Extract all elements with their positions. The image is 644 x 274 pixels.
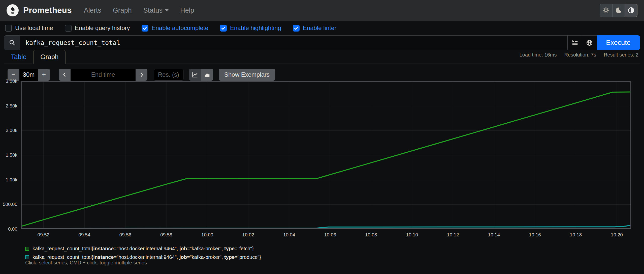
checkbox-checked[interactable] (142, 25, 148, 32)
checkbox-checked[interactable] (293, 25, 300, 32)
tab-graph[interactable]: Graph (33, 50, 66, 64)
y-tick-label: 1.50k (6, 152, 17, 158)
x-tick-label: 09:52 (38, 232, 50, 238)
time-back-button[interactable] (59, 69, 71, 81)
half-circle-icon (628, 7, 635, 14)
stat-item: Resolution: 7s (564, 52, 596, 58)
y-tick-label: 2.50k (6, 103, 17, 109)
x-tick-label: 10:04 (283, 232, 295, 238)
option-label: Enable autocomplete (152, 24, 209, 32)
legend-hint: Click: select series, CMD + click: toggl… (25, 260, 147, 266)
line-chart-icon (191, 71, 199, 78)
search-addon (4, 36, 20, 50)
moon-icon (615, 7, 622, 14)
top-navbar: Prometheus AlertsGraphStatusHelp (0, 0, 644, 21)
globe-icon (586, 39, 593, 46)
nav-item-alerts[interactable]: Alerts (84, 7, 101, 14)
checkbox-checked[interactable] (220, 25, 227, 32)
x-tick-label: 10:10 (406, 232, 418, 238)
nav-item-status[interactable]: Status (143, 7, 169, 14)
legend-series-row[interactable]: kafka_request_count_total{instance="host… (25, 254, 261, 260)
y-axis-labels: 0.00500.001.00k1.50k2.00k2.50k3.00k (0, 81, 19, 229)
legend-series-row[interactable]: kafka_request_count_total{instance="host… (25, 246, 261, 252)
dark-theme-button[interactable] (612, 4, 625, 17)
option-use-local-time[interactable]: Use local time (5, 24, 53, 32)
x-tick-label: 09:58 (160, 232, 172, 238)
option-label: Enable highlighting (230, 24, 281, 32)
query-stats: Load time: 16msResolution: 7sResult seri… (520, 52, 638, 58)
resolution-input[interactable] (154, 69, 183, 81)
theme-toggle-group (600, 4, 637, 17)
y-tick-label: 500.00 (3, 202, 17, 207)
metrics-explorer-button[interactable] (567, 36, 582, 50)
x-tick-label: 09:54 (78, 232, 90, 238)
check-icon (221, 26, 226, 31)
x-tick-label: 10:14 (488, 232, 500, 238)
stacked-chart-button[interactable] (201, 69, 213, 81)
expression-input[interactable] (20, 36, 567, 50)
y-tick-label: 0.00 (8, 226, 17, 232)
tab-table[interactable]: Table (4, 50, 33, 64)
global-query-button[interactable] (582, 36, 597, 50)
auto-theme-button[interactable] (625, 4, 637, 17)
x-tick-label: 10:08 (365, 232, 377, 238)
app-title[interactable]: Prometheus (23, 6, 72, 15)
x-tick-label: 10:18 (570, 232, 582, 238)
search-icon (9, 39, 16, 46)
plot-canvas (21, 81, 631, 229)
options-bar: Use local timeEnable query historyEnable… (0, 21, 644, 35)
nav-item-help[interactable]: Help (180, 7, 194, 14)
chevron-left-icon (61, 71, 68, 78)
series-label: kafka_request_count_total{instance="host… (33, 254, 261, 260)
series-color-swatch (25, 255, 29, 259)
area-chart-icon (204, 71, 211, 78)
option-label: Use local time (15, 24, 53, 32)
chart-type-toggle (189, 69, 213, 81)
nav-item-graph[interactable]: Graph (113, 7, 132, 14)
series-label: kafka_request_count_total{instance="host… (33, 246, 254, 252)
line-chart-button[interactable] (189, 69, 201, 81)
execute-button[interactable]: Execute (597, 35, 640, 50)
option-enable-query-history[interactable]: Enable query history (65, 24, 130, 32)
stat-item: Load time: 16ms (520, 52, 557, 58)
x-tick-label: 10:20 (611, 232, 623, 238)
stat-item: Result series: 2 (604, 52, 638, 58)
query-bar: Execute (4, 35, 640, 50)
x-axis-labels: 09:5209:5409:5609:5810:0010:0210:0410:06… (21, 232, 631, 239)
x-tick-label: 10:16 (529, 232, 541, 238)
x-tick-label: 09:56 (119, 232, 132, 238)
light-theme-button[interactable] (600, 4, 612, 17)
checkbox-unchecked[interactable] (5, 25, 12, 32)
range-input[interactable] (19, 69, 38, 81)
series-color-swatch (25, 247, 29, 251)
chevron-down-icon (165, 9, 169, 11)
prometheus-logo (7, 4, 19, 16)
chevron-right-icon (138, 71, 145, 78)
time-forward-button[interactable] (136, 69, 147, 81)
sun-icon (602, 7, 609, 14)
time-navigation (59, 69, 147, 81)
y-tick-label: 3.00k (6, 78, 17, 84)
x-tick-label: 10:00 (201, 232, 213, 238)
option-label: Enable linter (303, 24, 336, 32)
x-tick-label: 10:12 (447, 232, 459, 238)
x-tick-label: 10:06 (324, 232, 336, 238)
option-enable-autocomplete[interactable]: Enable autocomplete (142, 24, 209, 32)
metrics-explorer-icon (571, 39, 578, 46)
check-icon (143, 26, 147, 31)
checkbox-unchecked[interactable] (65, 25, 72, 32)
check-icon (294, 26, 299, 31)
option-enable-linter[interactable]: Enable linter (293, 24, 336, 32)
option-enable-highlighting[interactable]: Enable highlighting (220, 24, 281, 32)
torch-flame-icon (8, 6, 17, 15)
graph-controls: − + Show Exemplars (8, 69, 275, 81)
main-nav: AlertsGraphStatusHelp (84, 7, 194, 14)
show-exemplars-button[interactable]: Show Exemplars (219, 69, 275, 81)
option-label: Enable query history (75, 24, 130, 32)
time-series-plot[interactable] (21, 81, 631, 229)
end-time-input[interactable] (71, 69, 136, 81)
x-tick-label: 10:02 (242, 232, 254, 238)
y-tick-label: 2.00k (6, 128, 17, 133)
range-increase-button[interactable]: + (38, 69, 50, 81)
expression-input-group (4, 35, 597, 50)
